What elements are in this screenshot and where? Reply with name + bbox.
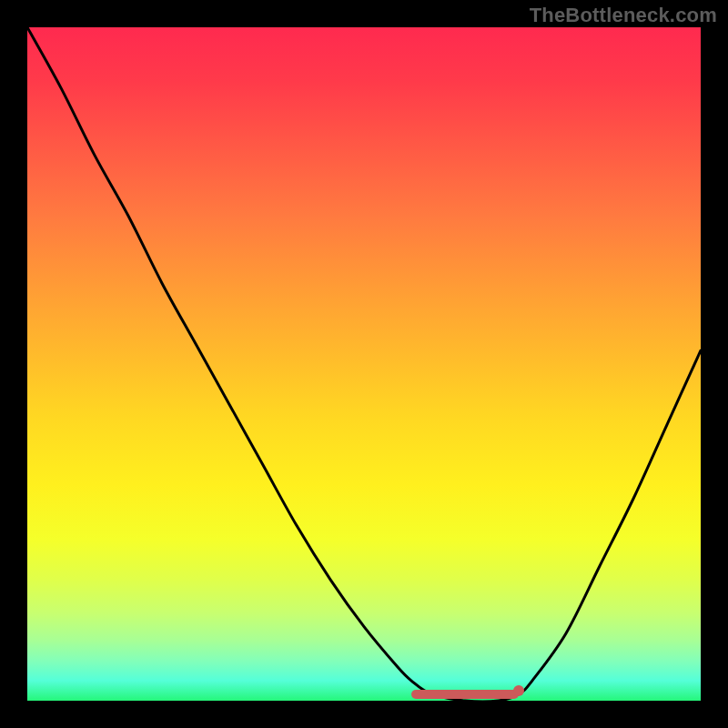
curve-layer — [27, 27, 701, 701]
bottleneck-curve — [27, 27, 701, 701]
chart-stage: TheBottleneck.com — [0, 0, 728, 728]
optimal-range-highlight — [411, 690, 519, 699]
optimal-range-end-dot — [513, 685, 524, 696]
watermark-text: TheBottleneck.com — [530, 4, 717, 27]
plot-area — [27, 27, 701, 701]
